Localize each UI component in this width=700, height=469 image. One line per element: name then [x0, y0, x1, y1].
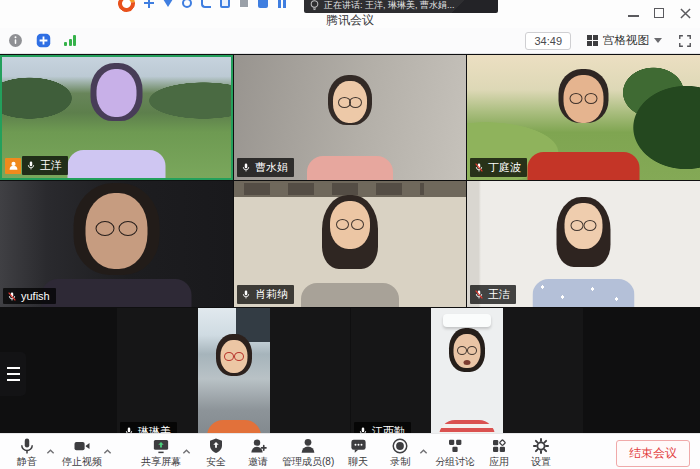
fullscreen-button[interactable]	[678, 34, 692, 48]
video-tile-caoshuijuan[interactable]: 曹水娟	[234, 55, 466, 180]
apps-button[interactable]: 应用	[478, 434, 520, 469]
recorder-record-ring-icon[interactable]	[182, 0, 192, 8]
recorder-add-icon[interactable]	[144, 0, 154, 8]
name-tag: 曹水娟	[237, 158, 294, 177]
invite-icon	[249, 437, 268, 455]
meeting-security-shield-icon[interactable]	[36, 33, 51, 48]
share-screen-button[interactable]: 共享屏幕	[138, 434, 184, 469]
video-tile-yufish[interactable]: yufish	[0, 181, 233, 307]
grid-view-label: 宫格视图	[603, 33, 649, 48]
security-button[interactable]: 安全	[195, 434, 237, 469]
breakout-rooms-label: 分组讨论	[435, 456, 475, 467]
settings-gear-icon	[532, 437, 550, 455]
network-signal-icon	[64, 35, 76, 46]
speaking-indicator-text: 正在讲话: 王洋, 琳琳美, 曹水娟...	[324, 0, 455, 12]
breakout-rooms-button[interactable]: 分组讨论	[432, 434, 478, 469]
breakout-icon	[446, 437, 464, 455]
security-label: 安全	[206, 456, 226, 467]
mute-button[interactable]: 静音	[6, 434, 48, 469]
video-tile-wangyang[interactable]: 王洋	[0, 55, 233, 180]
name-tag: 王洁	[470, 285, 516, 304]
mic-on-icon	[26, 160, 36, 171]
minimize-button[interactable]	[626, 6, 640, 20]
invite-button[interactable]: 邀请	[237, 434, 279, 469]
close-button[interactable]	[678, 6, 692, 20]
microphone-icon	[18, 437, 36, 455]
member-list-toggle[interactable]	[0, 352, 26, 396]
video-tile-dingtingbo[interactable]: 丁庭波	[467, 55, 700, 180]
camera-icon	[72, 437, 92, 455]
name-tag: yufish	[3, 288, 56, 304]
video-tile-xiaolina[interactable]: 肖莉纳	[234, 181, 466, 307]
invite-label: 邀请	[248, 456, 268, 467]
participant-name: 王洁	[488, 287, 510, 302]
meeting-header: 34:49 宫格视图	[0, 28, 700, 54]
share-screen-label: 共享屏幕	[141, 456, 181, 467]
meeting-timer: 34:49	[525, 32, 571, 50]
share-screen-icon	[151, 437, 171, 455]
mute-label: 静音	[17, 456, 37, 467]
apps-icon	[490, 437, 508, 455]
maximize-button[interactable]	[652, 6, 666, 20]
video-tile-wangjie[interactable]: 王洁	[467, 181, 700, 307]
manage-members-button[interactable]: 管理成员(8)	[279, 434, 337, 469]
mic-muted-icon	[474, 289, 484, 300]
recorder-arrow-icon[interactable]	[163, 0, 173, 7]
record-button[interactable]: 录制	[379, 434, 421, 469]
record-icon	[391, 437, 409, 455]
security-shield-icon	[207, 437, 225, 455]
participant-figure	[431, 308, 503, 444]
bulb-icon	[310, 0, 319, 11]
grid-view-icon	[587, 35, 598, 46]
participant-name: yufish	[21, 290, 50, 302]
name-tag: 肖莉纳	[237, 285, 294, 304]
recorder-capture-icon[interactable]	[220, 0, 230, 8]
stop-video-button[interactable]: 停止视频	[59, 434, 105, 469]
close-icon	[680, 8, 691, 19]
list-icon	[7, 367, 20, 369]
settings-button[interactable]: 设置	[520, 434, 562, 469]
name-tag: 王洋	[22, 156, 68, 175]
window-title: 腾讯会议	[0, 12, 700, 29]
recorder-pause-icon[interactable]	[277, 0, 287, 8]
manage-members-label: 管理成员(8)	[282, 456, 334, 467]
meeting-header-right: 34:49 宫格视图	[525, 31, 692, 50]
recorder-grid-icon[interactable]	[239, 0, 249, 8]
members-icon	[299, 437, 317, 455]
apps-label: 应用	[489, 456, 509, 467]
video-background-kitchen	[198, 308, 270, 444]
participant-name: 丁庭波	[488, 160, 521, 175]
minimize-icon	[628, 9, 639, 17]
meeting-info-icon[interactable]	[8, 33, 23, 48]
mic-muted-icon	[7, 291, 17, 302]
video-grid: 王洋 曹水娟 丁庭波	[0, 54, 700, 444]
video-tile-jiangxiqin[interactable]: 江西勤	[351, 308, 583, 444]
chat-button[interactable]: 聊天	[337, 434, 379, 469]
record-label: 录制	[390, 456, 410, 467]
meeting-header-left	[8, 33, 76, 48]
participant-figure	[198, 308, 270, 444]
settings-label: 设置	[531, 456, 551, 467]
screen-recorder-toolbar	[118, 0, 287, 12]
tencent-meeting-window: 腾讯会议 正在讲话: 王洋, 琳琳美, 曹水娟...	[0, 0, 700, 469]
chevron-down-icon	[654, 38, 662, 43]
participant-name: 王洋	[40, 158, 62, 173]
participant-name: 曹水娟	[255, 160, 288, 175]
chat-icon	[349, 437, 368, 455]
mic-on-icon	[241, 289, 251, 300]
speaking-indicator-tooltip: 正在讲话: 王洋, 琳琳美, 曹水娟...	[304, 0, 498, 13]
meeting-toolbar: 静音 停止视频 共享屏幕 安全 邀请 管理成员(8) 聊天	[0, 433, 700, 469]
chat-label: 聊天	[348, 456, 368, 467]
end-meeting-button[interactable]: 结束会议	[616, 440, 690, 467]
window-controls	[626, 6, 692, 20]
recorder-plug-icon[interactable]	[201, 0, 211, 8]
mic-muted-icon	[474, 162, 484, 173]
stop-video-label: 停止视频	[62, 456, 102, 467]
maximize-icon	[654, 8, 664, 18]
video-background-white-wall	[431, 308, 503, 444]
grid-view-button[interactable]: 宫格视图	[581, 31, 668, 50]
recorder-stop-icon[interactable]	[258, 0, 268, 8]
video-tile-linlinmei[interactable]: 琳琳美	[117, 308, 350, 444]
participant-name: 肖莉纳	[255, 287, 288, 302]
host-badge-icon	[5, 158, 21, 174]
